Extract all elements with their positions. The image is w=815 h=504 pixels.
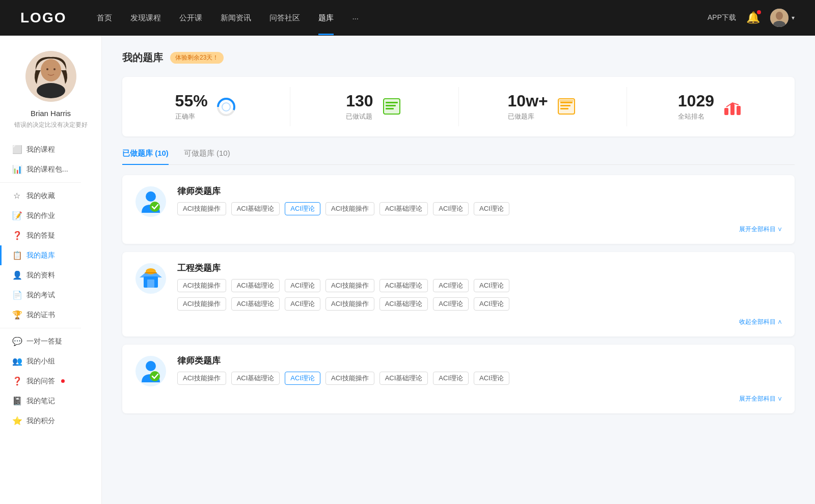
- sidebar-item-1on1[interactable]: 💬 一对一答疑: [0, 331, 101, 351]
- tag-3-7[interactable]: ACI理论: [474, 372, 509, 385]
- app-download-btn[interactable]: APP下载: [708, 13, 736, 22]
- sidebar-label-qa-mine: 我的答疑: [26, 231, 55, 240]
- expand-btn-3[interactable]: 展开全部科目 ∨: [134, 395, 782, 403]
- tag-2-6[interactable]: ACI理论: [433, 279, 469, 292]
- bank-2-title: 工程类题库: [177, 262, 782, 274]
- stat-rank-main: 1029 全站排名: [678, 92, 714, 121]
- sidebar-item-cert[interactable]: 🏆 我的证书: [0, 305, 101, 325]
- tag-3-2[interactable]: ACI基础理论: [231, 372, 280, 385]
- sidebar-item-group[interactable]: 👥 我的小组: [0, 351, 101, 371]
- tag-2-3[interactable]: ACI理论: [285, 279, 320, 292]
- bank-1-tags: ACI技能操作 ACI基础理论 ACI理论 ACI技能操作 ACI基础理论 AC…: [177, 202, 782, 215]
- nav-link-discover[interactable]: 发现课程: [130, 13, 161, 23]
- svg-rect-21: [559, 100, 574, 102]
- tag-2-14[interactable]: ACI理论: [474, 297, 509, 311]
- sidebar-label-courses: 我的课程: [26, 145, 55, 154]
- tag-2-1[interactable]: ACI技能操作: [177, 279, 226, 292]
- tag-3-1[interactable]: ACI技能操作: [177, 372, 226, 385]
- nav-logo[interactable]: LOGO: [20, 10, 66, 26]
- stat-done-banks: 10w+ 已做题库: [459, 87, 627, 126]
- user-name: Brian Harris: [31, 109, 71, 118]
- tag-2-2[interactable]: ACI基础理论: [231, 279, 280, 292]
- tag-2-13[interactable]: ACI理论: [433, 297, 469, 311]
- sidebar-item-profile[interactable]: 👤 我的资料: [0, 265, 101, 285]
- notification-bell[interactable]: 🔔: [746, 11, 760, 24]
- exam-icon: 📄: [12, 290, 21, 300]
- tag-2-8[interactable]: ACI技能操作: [177, 297, 226, 311]
- svg-point-6: [46, 68, 48, 70]
- sidebar-item-questions[interactable]: ❓ 我的问答: [0, 371, 101, 391]
- stat-done-b-value: 10w+: [508, 92, 548, 110]
- tag-3-5[interactable]: ACI基础理论: [379, 372, 428, 385]
- nav-link-bank[interactable]: 题库: [318, 13, 334, 23]
- tag-2-7[interactable]: ACI理论: [474, 279, 509, 292]
- tag-2-5[interactable]: ACI基础理论: [379, 279, 428, 292]
- nav-link-more[interactable]: ···: [352, 14, 359, 22]
- sidebar-item-packages[interactable]: 📊 我的课程包...: [0, 159, 101, 179]
- tag-2-12[interactable]: ACI基础理论: [379, 297, 428, 311]
- tag-3-4[interactable]: ACI技能操作: [325, 372, 374, 385]
- main-layout: Brian Harris 错误的决定比没有决定要好 ⬜ 我的课程 📊 我的课程包…: [0, 36, 815, 504]
- nav-link-news[interactable]: 新闻资讯: [221, 13, 251, 23]
- points-icon: ⭐: [12, 416, 21, 426]
- tab-todo[interactable]: 可做题库 (10): [184, 149, 230, 164]
- nav-link-home[interactable]: 首页: [97, 13, 112, 23]
- tag-3-3[interactable]: ACI理论: [285, 372, 320, 385]
- svg-point-10: [222, 103, 230, 111]
- tag-2-10[interactable]: ACI理论: [285, 297, 320, 311]
- collapse-btn-2[interactable]: 收起全部科目 ∧: [134, 318, 782, 326]
- nav-link-open[interactable]: 公开课: [179, 13, 202, 23]
- bank-1-icon: [134, 185, 167, 218]
- tag-3-6[interactable]: ACI理论: [433, 372, 469, 385]
- divider-1: [0, 182, 81, 183]
- sidebar-item-qa-mine[interactable]: ❓ 我的答疑: [0, 226, 101, 245]
- nav-right: APP下载 🔔 ▾: [708, 9, 795, 27]
- page-header: 我的题库 体验剩余23天！: [122, 51, 795, 65]
- svg-point-36: [146, 361, 156, 371]
- main-content: 我的题库 体验剩余23天！ 55% 正确率: [102, 36, 815, 504]
- sidebar-item-bank[interactable]: 📋 我的题库: [0, 245, 101, 265]
- tag-2-11[interactable]: ACI技能操作: [325, 297, 374, 311]
- svg-rect-18: [560, 102, 573, 103]
- notes-icon: 📓: [12, 396, 21, 406]
- stat-done-questions: 130 已做试题: [290, 87, 458, 126]
- sidebar-item-notes[interactable]: 📓 我的笔记: [0, 391, 101, 411]
- tag-1-2[interactable]: ACI基础理论: [231, 202, 280, 215]
- user-avatar-nav[interactable]: ▾: [770, 9, 795, 27]
- qa-mine-icon: ❓: [12, 231, 21, 240]
- tag-1-5[interactable]: ACI基础理论: [379, 202, 428, 215]
- tag-2-4[interactable]: ACI技能操作: [325, 279, 374, 292]
- bank-1-title: 律师类题库: [177, 185, 782, 197]
- nav-chevron-icon: ▾: [792, 14, 795, 21]
- bank-2-icon: [134, 262, 167, 295]
- nav-link-qa[interactable]: 问答社区: [269, 13, 300, 23]
- sidebar-item-favorites[interactable]: ☆ 我的收藏: [0, 186, 101, 206]
- tag-1-6[interactable]: ACI理论: [433, 202, 469, 215]
- expand-btn-1[interactable]: 展开全部科目 ∨: [134, 225, 782, 234]
- tab-done[interactable]: 已做题库 (10): [122, 149, 169, 164]
- divider-2: [0, 328, 81, 328]
- tag-2-9[interactable]: ACI基础理论: [231, 297, 280, 311]
- bank-icon: 📋: [12, 250, 21, 260]
- sidebar-item-points[interactable]: ⭐ 我的积分: [0, 411, 101, 431]
- tag-1-3[interactable]: ACI理论: [285, 202, 320, 215]
- bank-3-tags: ACI技能操作 ACI基础理论 ACI理论 ACI技能操作 ACI基础理论 AC…: [177, 372, 782, 385]
- svg-point-5: [37, 83, 65, 98]
- svg-point-1: [776, 12, 783, 20]
- sidebar-label-group: 我的小组: [26, 357, 55, 366]
- stat-accuracy-label: 正确率: [175, 112, 208, 121]
- tag-1-7[interactable]: ACI理论: [474, 202, 509, 215]
- tag-1-1[interactable]: ACI技能操作: [177, 202, 226, 215]
- tag-1-4[interactable]: ACI技能操作: [325, 202, 374, 215]
- sidebar-label-points: 我的积分: [26, 416, 55, 426]
- sidebar-label-cert: 我的证书: [26, 311, 55, 320]
- sidebar-item-homework[interactable]: 📝 我的作业: [0, 206, 101, 226]
- bank-2-tags-row1: ACI技能操作 ACI基础理论 ACI理论 ACI技能操作 ACI基础理论 AC…: [177, 279, 782, 292]
- sidebar-label-packages: 我的课程包...: [26, 165, 68, 174]
- svg-rect-23: [730, 104, 735, 115]
- sidebar-item-exam[interactable]: 📄 我的考试: [0, 285, 101, 305]
- stat-done-q-label: 已做试题: [346, 112, 373, 121]
- sidebar-item-courses[interactable]: ⬜ 我的课程: [0, 139, 101, 159]
- navbar: LOGO 首页 发现课程 公开课 新闻资讯 问答社区 题库 ··· APP下载 …: [0, 0, 815, 36]
- bank-3-title: 律师类题库: [177, 355, 782, 367]
